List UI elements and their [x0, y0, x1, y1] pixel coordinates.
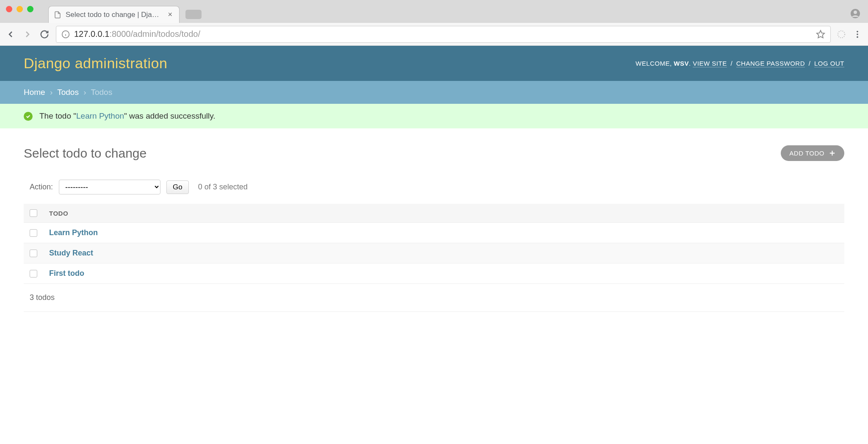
table-row: First todo: [24, 264, 844, 284]
add-todo-button[interactable]: ADD TODO: [781, 145, 844, 161]
close-window-button[interactable]: [6, 6, 12, 12]
svg-point-1: [854, 11, 857, 14]
svg-point-7: [857, 31, 858, 32]
go-button[interactable]: Go: [166, 180, 189, 194]
select-all-checkbox[interactable]: [30, 209, 37, 217]
row-checkbox[interactable]: [30, 270, 37, 278]
admin-header: Django administration WELCOME, WSV. VIEW…: [0, 46, 868, 81]
tab-title: Select todo to change | Djangc: [66, 11, 162, 19]
row-checkbox[interactable]: [30, 229, 37, 237]
row-checkbox[interactable]: [30, 250, 37, 257]
svg-point-6: [838, 31, 845, 38]
address-bar-row: 127.0.0.1:8000/admin/todos/todo/: [0, 23, 868, 46]
content-area: Select todo to change ADD TODO Action: -…: [0, 128, 868, 329]
page-title: Select todo to change: [24, 146, 147, 161]
paginator: 3 todos: [24, 284, 844, 312]
row-title-link[interactable]: First todo: [49, 269, 84, 278]
svg-marker-5: [817, 30, 824, 37]
message-suffix: " was added successfully.: [124, 111, 216, 120]
window-controls: [6, 6, 33, 12]
table-row: Learn Python: [24, 223, 844, 243]
site-title: Django administration: [24, 55, 167, 72]
row-title-link[interactable]: Learn Python: [49, 228, 98, 237]
selection-count: 0 of 3 selected: [198, 183, 248, 191]
logout-link[interactable]: LOG OUT: [814, 60, 844, 67]
forward-button[interactable]: [22, 29, 33, 40]
user-tools: WELCOME, WSV. VIEW SITE / CHANGE PASSWOR…: [636, 60, 844, 67]
file-icon: [54, 11, 61, 19]
success-check-icon: [24, 112, 33, 121]
back-button[interactable]: [5, 29, 16, 40]
reload-button[interactable]: [39, 29, 50, 40]
actions-bar: Action: --------- Go 0 of 3 selected: [24, 180, 844, 204]
message-prefix: The todo ": [39, 111, 76, 120]
browser-tab[interactable]: Select todo to change | Djangc ×: [48, 6, 180, 23]
address-bar[interactable]: 127.0.0.1:8000/admin/todos/todo/: [56, 26, 831, 43]
add-button-label: ADD TODO: [789, 150, 824, 157]
close-tab-button[interactable]: ×: [166, 10, 174, 19]
new-tab-button[interactable]: [185, 10, 202, 19]
browser-tab-strip: Select todo to change | Djangc ×: [0, 0, 868, 23]
bookmark-star-icon[interactable]: [816, 30, 825, 39]
account-icon[interactable]: [850, 8, 860, 19]
minimize-window-button[interactable]: [17, 6, 23, 12]
table-row: Study React: [24, 243, 844, 264]
row-title-link[interactable]: Study React: [49, 249, 93, 257]
breadcrumb-app[interactable]: Todos: [57, 88, 79, 97]
svg-point-8: [857, 33, 858, 35]
message-object-link[interactable]: Learn Python: [76, 111, 124, 120]
breadcrumb-home[interactable]: Home: [24, 88, 45, 97]
view-site-link[interactable]: VIEW SITE: [693, 60, 727, 67]
success-message: The todo "Learn Python" was added succes…: [0, 104, 868, 128]
action-select[interactable]: ---------: [59, 180, 160, 194]
extension-icon[interactable]: [837, 30, 846, 39]
column-header-todo[interactable]: TODO: [43, 204, 844, 223]
url-text: 127.0.0.1:8000/admin/todos/todo/: [74, 29, 200, 39]
changelist-table: TODO Learn PythonStudy ReactFirst todo: [24, 204, 844, 284]
site-info-icon[interactable]: [61, 30, 70, 39]
svg-point-9: [857, 36, 858, 38]
plus-icon: [829, 150, 836, 157]
action-label: Action:: [30, 183, 53, 191]
username: WSV: [674, 60, 689, 67]
breadcrumb-current: Todos: [91, 88, 112, 97]
welcome-text: WELCOME,: [636, 60, 674, 67]
menu-button[interactable]: [852, 29, 863, 40]
breadcrumb: Home › Todos › Todos: [0, 81, 868, 104]
maximize-window-button[interactable]: [27, 6, 33, 12]
change-password-link[interactable]: CHANGE PASSWORD: [736, 60, 805, 67]
